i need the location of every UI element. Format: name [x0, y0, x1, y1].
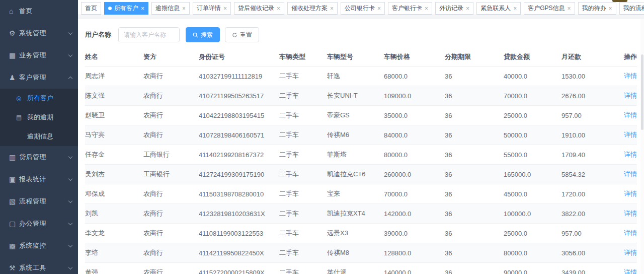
- table-cell: 39000.0: [384, 224, 445, 243]
- chevron-down-icon: [68, 243, 72, 247]
- detail-link[interactable]: 详情: [624, 92, 637, 99]
- table-cell: 李培: [85, 243, 143, 263]
- table-cell: 刘凯: [85, 204, 143, 224]
- detail-link[interactable]: 详情: [624, 72, 637, 80]
- close-icon[interactable]: ×: [377, 6, 381, 12]
- table-cell: 36: [445, 145, 504, 165]
- table-cell: 周志洋: [85, 66, 143, 86]
- table-cell: 2676.00: [561, 86, 621, 106]
- tab[interactable]: 逾期信息×: [151, 2, 190, 15]
- avatar[interactable]: [612, 0, 627, 2]
- sidebar-item[interactable]: ▣报表统计: [0, 168, 78, 190]
- table-cell: 411402199208167372: [199, 145, 279, 165]
- table-cell: 凯迪拉克CT6: [327, 165, 384, 184]
- close-icon[interactable]: ×: [182, 6, 186, 12]
- table-cell: 农商行: [143, 224, 199, 243]
- column-header: 车辆型号: [327, 48, 384, 66]
- table-cell: 70000.0: [504, 86, 561, 106]
- tab[interactable]: 客户银行卡×: [388, 2, 432, 15]
- detail-link[interactable]: 详情: [624, 170, 637, 178]
- detail-link[interactable]: 详情: [624, 190, 637, 197]
- content: 用户名称 搜索 重置 姓名资方身份证号车: [78, 19, 644, 274]
- sidebar-subitem[interactable]: 逾期信息: [0, 127, 78, 146]
- sidebar-item[interactable]: ⚒系统工具: [0, 257, 78, 274]
- tab[interactable]: 催收处理方案×: [287, 2, 338, 15]
- tab[interactable]: 紧急联系人×: [476, 2, 521, 15]
- table-cell: 35000.0: [384, 106, 445, 125]
- tab[interactable]: 客户GPS信息×: [524, 2, 575, 15]
- sidebar-item[interactable]: ▦业务管理: [0, 44, 78, 66]
- sidebar-item[interactable]: ▩系统监控: [0, 235, 78, 257]
- table-cell: 50000.0: [504, 125, 561, 145]
- search-input[interactable]: [118, 27, 180, 42]
- sidebar-subitem[interactable]: ▤我的逾期: [0, 108, 78, 127]
- sidebar-item[interactable]: ⌂首页: [0, 0, 78, 22]
- close-icon[interactable]: ×: [609, 6, 612, 12]
- sidebar-item[interactable]: ▧流程管理: [0, 190, 78, 213]
- scrollbar-track[interactable]: [640, 19, 644, 274]
- detail-link[interactable]: 详情: [624, 249, 637, 256]
- tab[interactable]: 我的待办×: [578, 2, 616, 15]
- tab[interactable]: 订单详情×: [193, 2, 231, 15]
- table-cell: 70000.0: [384, 184, 445, 204]
- tab[interactable]: 贷后催收记录×: [234, 2, 284, 15]
- close-icon[interactable]: ×: [513, 6, 517, 12]
- detail-link[interactable]: 详情: [624, 151, 637, 158]
- sidebar-item[interactable]: ▢办公管理: [0, 213, 78, 235]
- close-icon[interactable]: ×: [223, 6, 227, 12]
- tab[interactable]: 公司银行卡×: [341, 2, 385, 15]
- scrollbar-thumb[interactable]: [641, 54, 643, 130]
- table-cell: 英仕派: [327, 263, 384, 274]
- close-icon[interactable]: ×: [277, 6, 280, 12]
- table-cell: 411503198708280010: [199, 184, 279, 204]
- table-cell-actions: 详情: [621, 165, 637, 184]
- tab[interactable]: 首页: [81, 2, 101, 15]
- table-cell: 165000.0: [504, 165, 561, 184]
- detail-link[interactable]: 详情: [624, 210, 637, 217]
- tab[interactable]: 我的流程×: [619, 2, 644, 15]
- tab-label: 客户银行卡: [392, 4, 422, 13]
- table-cell: 140000.0: [384, 263, 445, 274]
- table-cell: 1910.00: [561, 125, 621, 145]
- detail-link[interactable]: 详情: [624, 268, 637, 274]
- table-cell: 二手车: [279, 125, 327, 145]
- reset-button[interactable]: 重置: [225, 27, 259, 42]
- table-cell: 90000.0: [504, 263, 561, 274]
- close-icon[interactable]: ×: [141, 6, 144, 12]
- table-cell: 二手车: [279, 106, 327, 125]
- tab-label: 首页: [85, 4, 97, 13]
- sidebar-submenu: ◎所有客户▤我的逾期逾期信息: [0, 89, 78, 146]
- close-icon[interactable]: ×: [466, 6, 469, 12]
- table-row: 刘凯农商行41232819810203631X二手车凯迪拉克XT4142000.…: [85, 204, 637, 224]
- close-icon[interactable]: ×: [330, 6, 334, 12]
- close-icon[interactable]: ×: [425, 6, 428, 12]
- table-cell: 3056.00: [561, 243, 621, 263]
- table-cell: 3822.00: [561, 204, 621, 224]
- sidebar-item[interactable]: ♟客户管理: [0, 66, 78, 89]
- table-cell: 二手车: [279, 66, 327, 86]
- tab-active[interactable]: 所有客户×: [104, 2, 148, 15]
- table-row: 赵晓卫农商行410422198803195415二手车帝豪GS35000.036…: [85, 106, 637, 125]
- table-cell: 农商行: [143, 204, 199, 224]
- sidebar-subitem[interactable]: ◎所有客户: [0, 89, 78, 108]
- table-cell: 412724199309175190: [199, 165, 279, 184]
- table-cell-actions: 详情: [621, 243, 637, 263]
- detail-link[interactable]: 详情: [624, 131, 637, 139]
- table-cell-actions: 详情: [621, 204, 637, 224]
- close-icon[interactable]: ×: [567, 6, 571, 12]
- sidebar-item[interactable]: ⚙系统管理: [0, 22, 78, 44]
- sidebar-item-label: 系统监控: [19, 241, 69, 250]
- sidebar-item-label: 客户管理: [19, 73, 69, 82]
- detail-link[interactable]: 详情: [624, 111, 637, 119]
- tab[interactable]: 外访记录×: [435, 2, 473, 15]
- doc-icon: ▤: [16, 114, 27, 121]
- search-button[interactable]: 搜索: [186, 27, 220, 42]
- table-cell: 二手车: [279, 184, 327, 204]
- detail-link[interactable]: 详情: [624, 229, 637, 237]
- table-cell: 68000.0: [384, 66, 445, 86]
- column-header: 身份证号: [199, 48, 279, 66]
- table-cell: 陈文强: [85, 86, 143, 106]
- table-cell: 55000.0: [504, 145, 561, 165]
- sidebar-item[interactable]: ▥贷后管理: [0, 146, 78, 168]
- chevron-down-icon: [68, 265, 72, 269]
